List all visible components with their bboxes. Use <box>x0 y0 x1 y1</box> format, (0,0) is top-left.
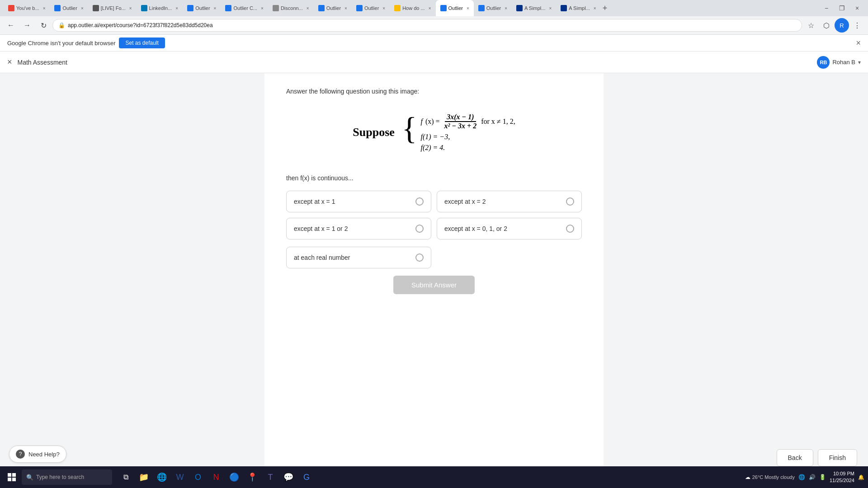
chevron-down-icon: ▾ <box>858 59 861 66</box>
finish-button[interactable]: Finish <box>818 449 857 466</box>
profile-button[interactable]: R <box>835 18 849 33</box>
tab-favicon <box>8 5 14 11</box>
close-window-button[interactable]: × <box>850 1 864 15</box>
option-e-radio[interactable] <box>415 253 424 262</box>
browser-chrome: You've b... × Outlier × [LIVE] Fo... × L… <box>0 0 868 35</box>
window-controls: − ❐ × <box>819 1 864 15</box>
tab-outlier-4[interactable]: Outlier × <box>314 0 352 16</box>
continuous-text: then f(x) is continuous... <box>286 174 582 182</box>
tab-outlier-5[interactable]: Outlier × <box>352 0 390 16</box>
address-bar[interactable]: 🔒 app.outlier.ai/expert/course?id=6723f3… <box>52 19 802 32</box>
tab-live[interactable]: [LIVE] Fo... × <box>88 0 137 16</box>
suppose-text: Suppose <box>353 126 395 139</box>
nav-bar: ← → ↻ 🔒 app.outlier.ai/expert/course?id=… <box>0 16 868 34</box>
tab-close[interactable]: × <box>261 6 264 11</box>
tab-howdo[interactable]: How do ... × <box>390 0 435 16</box>
question-instruction: Answer the following question using this… <box>286 88 582 95</box>
tab-close[interactable]: × <box>129 6 132 11</box>
app-header: × Math Assessment RB Rohan B ▾ <box>0 52 868 73</box>
option-a-label: except at x = 1 <box>294 198 411 205</box>
tab-close[interactable]: × <box>214 6 217 11</box>
tab-close[interactable]: × <box>43 6 46 11</box>
user-menu[interactable]: RB Rohan B ▾ <box>817 56 861 69</box>
minimize-button[interactable]: − <box>819 1 834 15</box>
bottom-navigation: Back Finish <box>777 449 857 466</box>
new-tab-button[interactable]: + <box>603 4 608 12</box>
tab-disconn[interactable]: Disconn... × <box>268 0 314 16</box>
lock-icon: 🔒 <box>58 22 65 28</box>
formula-line-1: f(x) = 3x(x − 1) x² − 3x + 2 for x ≠ 1, … <box>420 113 515 130</box>
tab-close[interactable]: × <box>307 6 309 11</box>
tab-bar: You've b... × Outlier × [LIVE] Fo... × L… <box>0 0 868 16</box>
submit-button[interactable]: Submit Answer <box>393 276 475 294</box>
back-nav-button[interactable]: ← <box>4 18 18 33</box>
tab-close[interactable]: × <box>344 6 347 11</box>
help-label: Need Help? <box>28 451 60 458</box>
tab-close[interactable]: × <box>382 6 385 11</box>
tab-close[interactable]: × <box>594 6 596 11</box>
tab-paypal-1[interactable]: A Simpl... × <box>512 0 556 16</box>
back-button[interactable]: Back <box>777 449 813 466</box>
taskbar: 🔍 Type here to search ⧉ 📁 🌐 W O N 🔵 <box>0 466 868 467</box>
address-text: app.outlier.ai/expert/course?id=6723f37f… <box>68 22 796 28</box>
app-title: Math Assessment <box>18 59 817 66</box>
bookmark-button[interactable]: ☆ <box>804 18 818 33</box>
reload-button[interactable]: ↻ <box>36 18 51 33</box>
tab-close[interactable]: × <box>505 6 507 11</box>
tab-favicon <box>93 5 99 11</box>
option-b-label: except at x = 2 <box>444 198 561 205</box>
tab-close[interactable]: × <box>549 6 552 11</box>
tab-close[interactable]: × <box>467 6 469 11</box>
tab-outlier-c[interactable]: Outlier C... × <box>221 0 268 16</box>
option-a-radio[interactable] <box>415 197 424 206</box>
tab-favicon <box>356 5 363 11</box>
option-b-radio[interactable] <box>566 197 574 206</box>
tab-close[interactable]: × <box>175 6 178 11</box>
notification-close-button[interactable]: × <box>856 38 861 48</box>
notification-bar: Google Chrome isn't your default browser… <box>0 35 868 52</box>
tab-favicon <box>141 5 147 11</box>
set-default-button[interactable]: Set as default <box>119 38 165 48</box>
tab-favicon <box>187 5 193 11</box>
help-icon: ? <box>16 450 25 459</box>
tab-gmail[interactable]: You've b... × <box>4 0 50 16</box>
tab-favicon <box>440 5 447 11</box>
option-c[interactable]: except at x = 1 or 2 <box>286 218 431 239</box>
option-d-radio[interactable] <box>566 225 574 233</box>
option-e-row: at each real number <box>286 247 582 268</box>
user-avatar: RB <box>817 56 830 69</box>
tab-linkedin[interactable]: LinkedIn... × <box>137 0 183 16</box>
tab-outlier-active[interactable]: Outlier × <box>436 0 474 16</box>
tab-favicon <box>561 5 567 11</box>
formula-line-3: f(2) = 4. <box>420 144 515 152</box>
main-content: Answer the following question using this… <box>0 73 868 467</box>
option-d[interactable]: except at x = 0, 1, or 2 <box>437 218 582 239</box>
option-e[interactable]: at each real number <box>286 247 431 268</box>
option-c-radio[interactable] <box>415 225 424 233</box>
tab-favicon <box>54 5 61 11</box>
tab-close[interactable]: × <box>81 6 84 11</box>
tab-outlier-3[interactable]: Outlier × <box>183 0 221 16</box>
restore-button[interactable]: ❐ <box>835 1 849 15</box>
tab-paypal-2[interactable]: A Simpl... × <box>556 0 600 16</box>
menu-button[interactable]: ⋮ <box>850 18 864 33</box>
formula-container: Suppose { f(x) = 3x(x − 1) x² − 3x + 2 <box>286 104 582 161</box>
need-help-button[interactable]: ? Need Help? <box>9 446 66 463</box>
nav-icons: ☆ ⬡ R ⋮ <box>804 18 864 33</box>
option-e-label: at each real number <box>294 254 411 261</box>
extensions-button[interactable]: ⬡ <box>819 18 834 33</box>
option-a[interactable]: except at x = 1 <box>286 191 431 212</box>
header-close-button[interactable]: × <box>7 57 12 67</box>
submit-container: Submit Answer <box>286 276 582 294</box>
options-grid: except at x = 1 except at x = 2 except a… <box>286 191 582 239</box>
forward-nav-button[interactable]: → <box>20 18 34 33</box>
tab-favicon <box>273 5 279 11</box>
formula-box: Suppose { f(x) = 3x(x − 1) x² − 3x + 2 <box>335 104 533 161</box>
tab-outlier-6[interactable]: Outlier × <box>474 0 512 16</box>
tab-close[interactable]: × <box>429 6 431 11</box>
tab-outlier-2[interactable]: Outlier × <box>50 0 88 16</box>
option-b[interactable]: except at x = 2 <box>437 191 582 212</box>
formula-lines: f(x) = 3x(x − 1) x² − 3x + 2 for x ≠ 1, … <box>420 113 515 152</box>
content-card: Answer the following question using this… <box>264 73 604 467</box>
option-d-label: except at x = 0, 1, or 2 <box>444 225 561 232</box>
